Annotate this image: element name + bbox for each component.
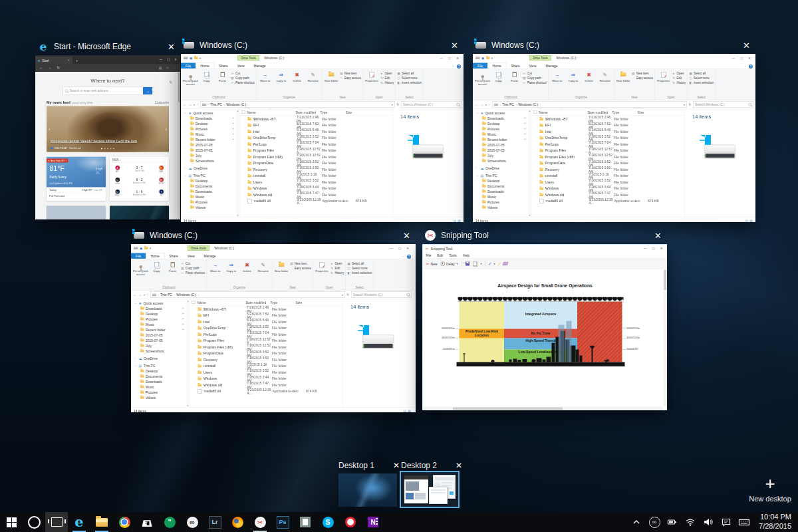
sidebar-section-this-pc[interactable]: ⌄▤This PC: [131, 363, 186, 368]
close-icon[interactable]: ✕: [456, 57, 459, 60]
full-forecast-link[interactable]: Full Forecast: [49, 195, 103, 198]
close-icon[interactable]: ✕: [174, 58, 177, 61]
collapse-ribbon-icon[interactable]: ⌃: [744, 65, 746, 68]
ribbon-button-new-item[interactable]: ▧New item: [340, 72, 361, 75]
maximize-icon[interactable]: ▢: [448, 57, 451, 60]
up-icon[interactable]: ↑: [489, 102, 491, 106]
carousel-dots[interactable]: [101, 148, 114, 150]
save-icon[interactable]: [466, 262, 469, 266]
edge-window-thumbnail[interactable]: e Start ✕ + —▢✕ ← → ↻ ▤ ☆ ⋯: [35, 55, 180, 219]
ribbon-button-edit[interactable]: ✎Edit: [672, 76, 686, 80]
ribbon-button-pin-to-quick-access[interactable]: Pin to Quick access: [475, 70, 490, 86]
sidebar-item-2015-07-05[interactable]: 2015-07-05: [473, 148, 528, 153]
taskbar-firefox[interactable]: [226, 512, 249, 532]
ribbon-button-cut[interactable]: ✂Cut: [523, 72, 547, 75]
refresh-icon[interactable]: ↻: [346, 293, 349, 297]
sidebar-item-music[interactable]: Music✧: [473, 132, 528, 137]
sidebar-item-2015-07-05[interactable]: 2015-07-05: [181, 148, 236, 153]
sidebar-section-quick-access[interactable]: ⌄★Quick access: [131, 301, 186, 306]
address-dropdown-icon[interactable]: ▾: [342, 293, 343, 297]
horizontal-scrollbar[interactable]: [423, 407, 663, 411]
taskbar-creative-cloud[interactable]: ∞: [181, 512, 203, 532]
sidebar-item-downloads[interactable]: Downloads: [131, 379, 186, 384]
getting-started-card[interactable]: Getting Started Get more from your Windo…: [110, 206, 169, 220]
tab-home[interactable]: Home: [487, 63, 506, 68]
forward-icon[interactable]: →: [48, 66, 52, 70]
ribbon-button-rename[interactable]: ✎Rename: [597, 70, 612, 82]
back-icon[interactable]: ←: [133, 293, 137, 297]
column-date[interactable]: Date modified: [246, 301, 271, 305]
ribbon-button-move-to[interactable]: →Move to: [257, 70, 273, 82]
file-row[interactable]: msdia80.dll9/23/2005 12:39 A...Applicati…: [190, 388, 343, 395]
ribbon-button-select-none[interactable]: ▢Select none: [347, 267, 372, 270]
reading-view-icon[interactable]: ▤: [159, 66, 162, 70]
ribbon-button-invert-selection[interactable]: ◧Invert selection: [347, 271, 372, 275]
large-icons-view-icon[interactable]: ▦: [458, 219, 461, 222]
breadcrumb-drive[interactable]: Windows (C:): [226, 102, 246, 106]
desktop-1-thumbnail[interactable]: [338, 473, 397, 507]
ribbon-button-easy-access[interactable]: →Easy access: [290, 267, 311, 270]
help-icon[interactable]: ?: [749, 65, 753, 68]
breadcrumb[interactable]: › This PC › Windows (C:) › ▾: [492, 101, 687, 108]
close-explorer-3-button[interactable]: ✕: [400, 231, 413, 241]
close-icon[interactable]: ✕: [660, 247, 663, 250]
tab-share[interactable]: Share: [506, 63, 524, 69]
tab-home[interactable]: Home: [146, 253, 164, 259]
ribbon-button-move-to[interactable]: →Move to: [207, 260, 223, 273]
quick-access-toolbar[interactable]: ▣ ▾: [134, 247, 151, 250]
minimize-icon[interactable]: —: [732, 57, 735, 60]
file-row[interactable]: msdia80.dll9/23/2005 12:39 A...Applicati…: [240, 198, 393, 205]
sidebar-item-desktop[interactable]: Desktop: [473, 178, 528, 184]
taskbar-store[interactable]: [136, 512, 158, 532]
explorer-window-thumbnail-3[interactable]: ▣ ▾ Drive Tools Windows (C:) —▢✕ File Ho…: [131, 244, 416, 412]
ribbon-button-copy-to[interactable]: ⇒Copy to: [565, 70, 581, 82]
ribbon-button-paste-shortcut[interactable]: ↩Paste shortcut: [231, 81, 255, 84]
pen-tool-icon[interactable]: ∕: [489, 261, 490, 267]
volume-tray-icon[interactable]: [702, 512, 714, 532]
breadcrumb-this-pc[interactable]: This PC: [502, 102, 514, 106]
up-icon[interactable]: ↑: [147, 293, 149, 297]
tab-view[interactable]: View: [183, 253, 200, 259]
menu-tools[interactable]: Tools: [449, 253, 457, 257]
ribbon-button-select-none[interactable]: ▢Select none: [397, 76, 422, 80]
carousel-next-icon[interactable]: ›: [165, 126, 167, 132]
sidebar-item-2015-07-05[interactable]: 2015-07-05: [131, 332, 186, 338]
news-hero-card[interactable]: ‹ › Minnesota dentist 'deeply' regrets k…: [47, 106, 169, 152]
close-icon[interactable]: ✕: [406, 247, 409, 250]
ribbon-button-new-item[interactable]: ▧New item: [290, 262, 311, 265]
sidebar-item-videos[interactable]: Videos: [181, 205, 236, 210]
sidebar-item-screenshots[interactable]: Screenshots: [131, 348, 186, 354]
breadcrumb-this-pc[interactable]: This PC: [210, 102, 222, 106]
sidebar-item-videos[interactable]: Videos: [473, 205, 528, 210]
select-all-checkbox[interactable]: [534, 110, 537, 114]
breadcrumb[interactable]: › This PC › Windows (C:) › ▾: [200, 101, 395, 108]
sidebar-item-recent-folder[interactable]: Recent folder✧: [131, 327, 186, 332]
scrollbar[interactable]: [178, 72, 181, 219]
ribbon-button-select-all[interactable]: ▦Select all: [347, 262, 372, 265]
taskbar-photoshop[interactable]: Ps: [271, 512, 294, 532]
taskbar-lightroom[interactable]: Lr: [203, 512, 226, 532]
column-name[interactable]: Name: [539, 110, 588, 114]
refresh-icon[interactable]: ↻: [688, 102, 691, 106]
select-all-checkbox[interactable]: [192, 301, 196, 304]
maximize-icon[interactable]: ▢: [398, 247, 401, 250]
ribbon-button-new-folder[interactable]: New folder: [274, 260, 289, 273]
close-explorer-1-button[interactable]: ✕: [448, 41, 461, 51]
ribbon-button-new-folder[interactable]: New folder: [616, 70, 631, 82]
close-icon[interactable]: ✕: [748, 57, 751, 60]
ribbon-button-copy[interactable]: Copy: [149, 260, 164, 273]
sidebar-item-2015-07-05[interactable]: 2015-07-05: [181, 142, 236, 148]
minimize-icon[interactable]: —: [159, 58, 162, 61]
power-tray-icon[interactable]: [666, 512, 678, 532]
ribbon-button-delete[interactable]: ✖Delete: [289, 70, 305, 82]
minimize-icon[interactable]: —: [644, 247, 647, 250]
new-tab-button[interactable]: +: [76, 58, 78, 63]
column-date[interactable]: Date modified: [296, 110, 321, 114]
touch-keyboard-tray-icon[interactable]: [738, 512, 750, 532]
column-type[interactable]: Type: [612, 110, 638, 114]
refresh-icon[interactable]: ↻: [57, 66, 60, 70]
tab-manage[interactable]: Manage: [200, 253, 221, 259]
close-explorer-2-button[interactable]: ✕: [740, 41, 753, 51]
weather-card[interactable]: ▾New York, NY› 81°F 5 mph 2% Partly Sunn…: [47, 157, 106, 201]
large-icons-view-icon[interactable]: ▦: [749, 219, 753, 222]
